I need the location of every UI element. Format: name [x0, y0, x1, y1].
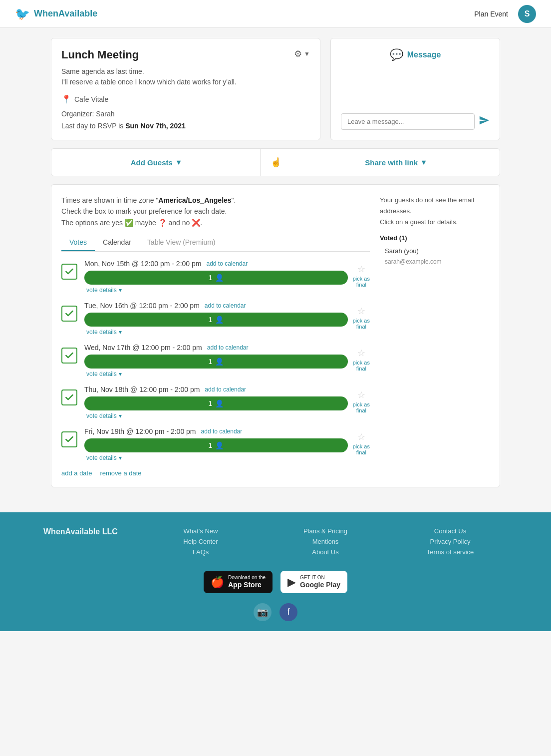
pick-as-final-label[interactable]: pick asfinal: [353, 318, 370, 330]
star-icon[interactable]: ☆: [357, 306, 365, 317]
timezone-info: Times are shown in time zone "America/Lo…: [61, 195, 370, 228]
date-checkbox-area: [61, 385, 79, 405]
star-icon[interactable]: ☆: [357, 348, 365, 359]
share-link-button[interactable]: Share with link ▾: [291, 149, 500, 176]
tab-calendar[interactable]: Calendar: [95, 234, 139, 251]
faqs-link[interactable]: FAQs: [143, 548, 258, 556]
footer-social: 📷 f: [43, 603, 508, 621]
date-checkbox[interactable]: [61, 264, 77, 280]
chevron-down-icon: ▾: [119, 287, 122, 294]
pick-final-area: ☆ pick asfinal: [353, 427, 370, 455]
date-label: Tue, Nov 16th @ 12:00 pm - 2:00 pm: [84, 302, 200, 310]
message-panel: 💬 Message: [330, 38, 500, 140]
person-icon: 👤: [215, 358, 224, 366]
star-icon[interactable]: ☆: [357, 389, 365, 400]
star-icon[interactable]: ☆: [357, 431, 365, 442]
contact-link[interactable]: Contact Us: [393, 527, 508, 535]
voting-right: Your guests do not see the email address…: [380, 195, 490, 477]
vote-bar[interactable]: 1 👤: [84, 438, 348, 452]
settings-button[interactable]: ⚙ ▼: [294, 48, 310, 59]
message-input[interactable]: [341, 113, 475, 130]
share-label: Share with link: [365, 158, 418, 167]
apple-icon: 🍎: [211, 576, 224, 589]
whats-new-link[interactable]: What's New: [143, 527, 258, 535]
vote-count: 1: [208, 399, 212, 407]
voted-user[interactable]: Sarah (you): [380, 246, 490, 257]
chat-icon: 💬: [390, 48, 403, 61]
date-checkbox-area: [61, 427, 79, 447]
add-guests-button[interactable]: Add Guests ▾: [51, 149, 261, 176]
add-to-calendar-link[interactable]: add to calendar: [205, 386, 246, 393]
person-icon: 👤: [215, 399, 224, 407]
date-checkbox[interactable]: [61, 431, 77, 447]
pick-final-area: ☆ pick asfinal: [353, 302, 370, 330]
event-panel: Lunch Meeting ⚙ ▼ Same agenda as last ti…: [51, 38, 320, 140]
add-to-calendar-link[interactable]: add to calendar: [206, 260, 248, 267]
chevron-down-icon: ▾: [119, 371, 122, 378]
remove-date-link[interactable]: remove a date: [100, 469, 141, 477]
plan-event-button[interactable]: Plan Event: [474, 10, 508, 18]
footer-brand: WhenAvailable LLC: [43, 527, 133, 536]
event-description: Same agenda as last time. I'll reserve a…: [61, 66, 310, 87]
date-row: Thu, Nov 18th @ 12:00 pm - 2:00 pm add t…: [61, 385, 370, 419]
logo[interactable]: 🐦 WhenAvailable: [15, 7, 97, 21]
facebook-icon[interactable]: f: [279, 603, 297, 621]
vote-details-row[interactable]: vote details ▾: [84, 454, 348, 461]
user-avatar[interactable]: S: [518, 5, 536, 23]
about-link[interactable]: About Us: [268, 548, 383, 556]
vote-bar[interactable]: 1 👤: [84, 313, 348, 327]
chevron-down-icon: ▾: [177, 158, 181, 167]
date-checkbox[interactable]: [61, 306, 77, 322]
date-label: Wed, Nov 17th @ 12:00 pm - 2:00 pm: [84, 344, 202, 352]
message-input-row: [341, 113, 490, 130]
date-content: Fri, Nov 19th @ 12:00 pm - 2:00 pm add t…: [84, 427, 348, 461]
date-row: Wed, Nov 17th @ 12:00 pm - 2:00 pm add t…: [61, 344, 370, 378]
vote-details-label: vote details: [86, 371, 117, 378]
date-rows: Mon, Nov 15th @ 12:00 pm - 2:00 pm add t…: [61, 260, 370, 461]
instagram-icon[interactable]: 📷: [254, 603, 272, 621]
footer-stores: 🍎 Download on the App Store ▶ GET IT ON …: [43, 571, 508, 593]
pick-as-final-label[interactable]: pick asfinal: [353, 276, 370, 288]
mentions-link[interactable]: Mentions: [268, 538, 383, 545]
vote-details-row[interactable]: vote details ▾: [84, 329, 348, 336]
privacy-link[interactable]: Privacy Policy: [393, 538, 508, 545]
date-label: Thu, Nov 18th @ 12:00 pm - 2:00 pm: [84, 385, 200, 393]
send-button[interactable]: [479, 115, 490, 128]
add-to-calendar-link[interactable]: add to calendar: [207, 344, 249, 351]
date-checkbox-area: [61, 302, 79, 322]
event-desc-line1: Same agenda as last time.: [61, 66, 310, 77]
chevron-down-icon: ▾: [119, 329, 122, 336]
date-checkbox[interactable]: [61, 389, 77, 405]
hand-icon: ☝: [271, 157, 281, 168]
vote-bar[interactable]: 1 👤: [84, 271, 348, 285]
footer-links-col3: Contact Us Privacy Policy Terms of servi…: [393, 527, 508, 559]
vote-bar[interactable]: 1 👤: [84, 355, 348, 369]
date-checkbox[interactable]: [61, 348, 77, 364]
tab-table-view[interactable]: Table View (Premium): [139, 234, 224, 251]
vote-details-row[interactable]: vote details ▾: [84, 287, 348, 294]
vote-details-row[interactable]: vote details ▾: [84, 371, 348, 378]
voting-panel: Times are shown in time zone "America/Lo…: [51, 184, 500, 487]
google-play-button[interactable]: ▶ GET IT ON Google Play: [280, 571, 347, 593]
guests-note: Your guests do not see the email address…: [380, 195, 490, 217]
help-center-link[interactable]: Help Center: [143, 538, 258, 545]
chevron-down-icon: ▼: [304, 50, 310, 57]
add-date-link[interactable]: add a date: [61, 469, 92, 477]
vote-bar[interactable]: 1 👤: [84, 396, 348, 410]
pick-as-final-label[interactable]: pick asfinal: [353, 443, 370, 455]
add-to-calendar-link[interactable]: add to calendar: [205, 302, 246, 309]
date-label: Mon, Nov 15th @ 12:00 pm - 2:00 pm: [84, 260, 201, 268]
event-location: 📍 Cafe Vitale: [61, 94, 310, 104]
pick-as-final-label[interactable]: pick asfinal: [353, 360, 370, 372]
tab-votes[interactable]: Votes: [61, 234, 95, 251]
app-store-button[interactable]: 🍎 Download on the App Store: [204, 571, 273, 593]
add-to-calendar-link[interactable]: add to calendar: [201, 428, 243, 435]
date-label-row: Thu, Nov 18th @ 12:00 pm - 2:00 pm add t…: [84, 385, 348, 393]
star-icon[interactable]: ☆: [357, 264, 365, 275]
pick-as-final-label[interactable]: pick asfinal: [353, 401, 370, 413]
plans-pricing-link[interactable]: Plans & Pricing: [268, 527, 383, 535]
vote-details-row[interactable]: vote details ▾: [84, 412, 348, 419]
logo-text: WhenAvailable: [34, 8, 97, 19]
terms-link[interactable]: Terms of service: [393, 548, 508, 556]
chevron-down-icon: ▾: [119, 454, 122, 461]
